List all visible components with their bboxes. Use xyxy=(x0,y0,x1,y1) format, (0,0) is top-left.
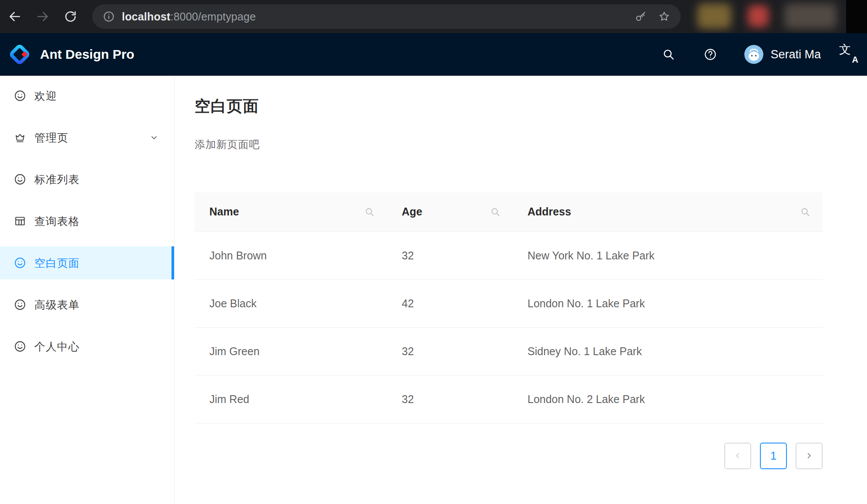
table-row[interactable]: Joe Black 42 London No. 1 Lake Park xyxy=(195,279,823,327)
table-row[interactable]: Jim Green 32 Sidney No. 1 Lake Park xyxy=(195,327,823,375)
reload-button[interactable] xyxy=(58,4,83,29)
column-search-icon[interactable] xyxy=(364,207,375,217)
url-path: :8000/emptypage xyxy=(171,10,256,23)
url-host: localhost xyxy=(122,10,171,23)
column-search-icon[interactable] xyxy=(490,207,501,217)
cell-age: 32 xyxy=(387,375,513,423)
help-button[interactable] xyxy=(702,46,719,63)
pagination-page-1[interactable]: 1 xyxy=(760,443,787,469)
app-title: Ant Design Pro xyxy=(40,47,134,62)
browser-chrome: localhost:8000/emptypage xyxy=(0,0,867,33)
sidebar-item-label: 查询表格 xyxy=(34,216,80,227)
cell-address: London No. 2 Lake Park xyxy=(513,375,823,423)
chevron-down-icon[interactable] xyxy=(149,132,159,143)
sidebar-item-label: 管理页 xyxy=(34,132,68,143)
table-row[interactable]: John Brown 32 New York No. 1 Lake Park xyxy=(195,232,823,279)
sidebar-item-label: 高级表单 xyxy=(34,299,80,310)
main-content: 空白页面 添加新页面吧 Name Age xyxy=(175,76,867,504)
sidebar-item-blank-page[interactable]: 空白页面 xyxy=(0,246,174,279)
sidebar-item-welcome[interactable]: 欢迎 xyxy=(0,79,174,112)
smile-icon xyxy=(14,299,26,311)
url-text: localhost:8000/emptypage xyxy=(122,10,626,23)
pagination: 1 xyxy=(195,443,823,469)
column-header-name: Name xyxy=(209,205,239,218)
browser-extensions-blurred xyxy=(677,0,867,33)
cell-age: 42 xyxy=(387,279,513,327)
pagination-next-button[interactable] xyxy=(796,443,823,469)
sidebar-item-standard-list[interactable]: 标准列表 xyxy=(0,163,174,196)
header-search-button[interactable] xyxy=(660,46,677,63)
table-icon xyxy=(14,215,26,227)
site-info-icon[interactable] xyxy=(103,10,115,23)
sidebar-item-label: 空白页面 xyxy=(34,258,80,269)
avatar-mascot-icon xyxy=(744,45,763,64)
bookmark-star-icon[interactable] xyxy=(658,10,670,23)
url-bar[interactable]: localhost:8000/emptypage xyxy=(92,4,681,29)
sidebar-item-search-table[interactable]: 查询表格 xyxy=(0,205,174,238)
table-row[interactable]: Jim Red 32 London No. 2 Lake Park xyxy=(195,375,823,423)
back-button[interactable] xyxy=(3,4,27,29)
cell-age: 32 xyxy=(387,232,513,279)
password-key-icon[interactable] xyxy=(635,10,647,23)
pagination-prev-button[interactable] xyxy=(724,443,751,469)
sidebar-item-advanced-form[interactable]: 高级表单 xyxy=(0,288,174,321)
sidebar-item-admin[interactable]: 管理页 xyxy=(0,121,174,154)
forward-button[interactable] xyxy=(30,4,55,29)
profile-chip-blur xyxy=(784,3,837,29)
table-header-row: Name Age xyxy=(195,192,823,232)
search-icon xyxy=(662,48,675,61)
smile-icon xyxy=(14,340,26,353)
header-actions: Serati Ma 文 A xyxy=(660,45,858,64)
chevron-right-icon xyxy=(804,451,814,460)
cell-age: 32 xyxy=(387,327,513,375)
sidebar-item-label: 欢迎 xyxy=(34,91,57,101)
translate-icon[interactable]: 文 A xyxy=(839,45,858,64)
cell-address: New York No. 1 Lake Park xyxy=(513,232,823,279)
app-header: Ant Design Pro Serati Ma 文 A xyxy=(0,33,867,76)
cell-name: Jim Green xyxy=(195,327,387,375)
cell-name: John Brown xyxy=(195,232,387,279)
sidebar-item-label: 标准列表 xyxy=(34,174,80,185)
column-header-address: Address xyxy=(528,205,571,218)
smile-icon xyxy=(14,257,26,269)
cell-name: Joe Black xyxy=(195,279,387,327)
user-avatar[interactable] xyxy=(744,45,763,64)
sidebar-item-label: 个人中心 xyxy=(34,341,80,352)
chevron-left-icon xyxy=(733,451,743,460)
extension-icon-blur xyxy=(748,5,769,27)
crown-icon xyxy=(14,131,26,144)
data-table: Name Age xyxy=(195,192,823,423)
window-edge xyxy=(846,0,867,33)
sidebar-item-profile[interactable]: 个人中心 xyxy=(0,330,174,363)
user-name[interactable]: Serati Ma xyxy=(770,48,821,61)
page-title: 空白页面 xyxy=(195,97,867,116)
cell-address: Sidney No. 1 Lake Park xyxy=(513,327,823,375)
column-search-icon[interactable] xyxy=(800,207,810,217)
sidebar: 欢迎 管理页 标准列表 查询表格 xyxy=(0,76,175,504)
extension-icon-blur xyxy=(697,3,731,29)
column-header-age: Age xyxy=(402,205,422,218)
app-body: 欢迎 管理页 标准列表 查询表格 xyxy=(0,76,867,504)
cell-name: Jim Red xyxy=(195,375,387,423)
cell-address: London No. 1 Lake Park xyxy=(513,279,823,327)
smile-icon xyxy=(14,173,26,185)
back-arrow-icon xyxy=(8,10,22,24)
reload-icon xyxy=(64,10,77,24)
forward-arrow-icon xyxy=(36,10,50,24)
page-subtitle: 添加新页面吧 xyxy=(195,138,867,151)
ant-design-logo-icon[interactable] xyxy=(8,43,31,66)
smile-icon xyxy=(14,90,26,102)
question-circle-icon xyxy=(704,48,717,61)
